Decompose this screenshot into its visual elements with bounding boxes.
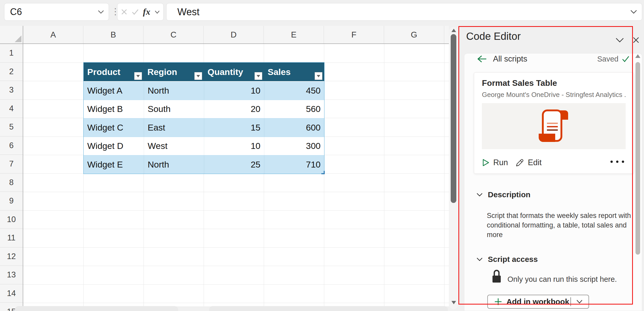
- scroll-down-icon[interactable]: [451, 301, 456, 304]
- table-cell[interactable]: Widget B: [84, 100, 144, 118]
- table-cell[interactable]: 710: [264, 155, 324, 174]
- description-section-header[interactable]: Description: [476, 190, 530, 199]
- filter-triangle: [196, 75, 200, 77]
- row-header-13[interactable]: 13: [0, 266, 23, 284]
- table-header-product: Product: [84, 63, 144, 81]
- table-cell[interactable]: 10: [204, 82, 264, 100]
- row-header-6[interactable]: 6: [0, 136, 23, 155]
- row-header-4[interactable]: 4: [0, 100, 23, 118]
- table-row: Widget BSouth20560: [84, 100, 324, 118]
- column-header-C[interactable]: C: [144, 26, 204, 43]
- table-cell[interactable]: West: [144, 137, 204, 155]
- panel-scroll-up-icon[interactable]: [635, 54, 640, 58]
- add-in-workbook-button[interactable]: Add in workbook: [487, 295, 589, 309]
- table-cell[interactable]: Widget E: [84, 155, 144, 174]
- insert-function-icon[interactable]: fx: [143, 7, 150, 17]
- sheet-vertical-scrollbar-thumb[interactable]: [451, 34, 456, 203]
- table-cell[interactable]: South: [144, 100, 204, 118]
- row-header-3[interactable]: 3: [0, 81, 23, 100]
- table-cell[interactable]: 15: [204, 118, 264, 137]
- saved-label: Saved: [597, 55, 618, 63]
- table-cell[interactable]: 25: [204, 155, 264, 174]
- select-all-corner[interactable]: [0, 26, 23, 44]
- filter-dropdown-icon[interactable]: [315, 72, 322, 80]
- gridline: [384, 44, 384, 306]
- table-cell[interactable]: East: [144, 118, 204, 137]
- column-header-D[interactable]: D: [204, 26, 264, 43]
- column-header-E[interactable]: E: [264, 26, 324, 43]
- run-label: Run: [493, 158, 508, 167]
- column-header-A[interactable]: A: [23, 26, 83, 43]
- horizontal-scrollbar-thumb[interactable]: [15, 306, 178, 311]
- edit-label: Edit: [528, 158, 542, 167]
- row-header-2[interactable]: 2: [0, 63, 23, 81]
- table-cell[interactable]: North: [144, 155, 204, 174]
- panel-close-icon[interactable]: [631, 36, 641, 44]
- gridline: [23, 284, 449, 285]
- row-header-12[interactable]: 12: [0, 247, 23, 266]
- filter-triangle: [136, 75, 140, 77]
- column-headers: ABCDEFG: [23, 26, 449, 44]
- table-header-sales: Sales: [264, 63, 324, 81]
- table-cell[interactable]: 300: [264, 137, 324, 155]
- filter-dropdown-icon[interactable]: [255, 72, 262, 80]
- table-cell[interactable]: 10: [204, 137, 264, 155]
- table-cell[interactable]: Widget C: [84, 118, 144, 137]
- sales-table-body: Widget ANorth10450Widget BSouth20560Widg…: [84, 81, 324, 174]
- table-cell[interactable]: 560: [264, 100, 324, 118]
- run-script-button[interactable]: Run: [482, 158, 508, 167]
- saved-check-icon: [622, 55, 630, 63]
- table-row: Widget CEast15600: [84, 118, 324, 137]
- filter-triangle: [257, 75, 260, 77]
- table-resize-handle[interactable]: [321, 171, 325, 174]
- row-header-7[interactable]: 7: [0, 155, 23, 173]
- filter-dropdown-icon[interactable]: [134, 72, 142, 80]
- row-header-1[interactable]: 1: [0, 44, 23, 63]
- table-row: Widget DWest10300: [84, 137, 324, 155]
- select-all-triangle-icon: [15, 35, 21, 42]
- add-in-workbook-label: Add in workbook: [506, 297, 569, 306]
- script-access-chevron-icon: [476, 257, 483, 262]
- fx-chevron-icon[interactable]: [154, 10, 160, 14]
- row-header-14[interactable]: 14: [0, 284, 23, 303]
- row-header-9[interactable]: 9: [0, 192, 23, 210]
- column-header-B[interactable]: B: [83, 26, 144, 43]
- table-cell[interactable]: Widget D: [84, 137, 144, 155]
- script-preview: [482, 103, 626, 149]
- table-cell[interactable]: 450: [264, 82, 324, 100]
- row-header-10[interactable]: 10: [0, 210, 23, 229]
- description-heading: Description: [488, 190, 530, 199]
- panel-collapse-chevron-icon[interactable]: [614, 36, 626, 44]
- sales-table: ProductRegionQuantitySales Widget ANorth…: [83, 62, 324, 174]
- row-header-11[interactable]: 11: [0, 229, 23, 247]
- more-options-button[interactable]: [610, 161, 624, 163]
- filter-triangle: [317, 75, 320, 77]
- add-options-chevron-icon[interactable]: [576, 299, 583, 304]
- filter-dropdown-icon[interactable]: [194, 72, 202, 80]
- formula-bar-expand-icon[interactable]: [630, 9, 642, 14]
- row-header-5[interactable]: 5: [0, 118, 23, 136]
- script-access-section-header[interactable]: Script access: [476, 255, 538, 264]
- formula-value: West: [166, 6, 630, 18]
- horizontal-scrollbar-track[interactable]: [209, 306, 448, 311]
- name-box-chevron-icon[interactable]: [97, 10, 109, 14]
- confirm-entry-icon[interactable]: [132, 9, 139, 15]
- column-header-G[interactable]: G: [384, 26, 444, 43]
- table-header-region: Region: [144, 63, 204, 81]
- formula-input[interactable]: West: [166, 3, 642, 21]
- scroll-up-icon[interactable]: [451, 29, 456, 32]
- table-cell[interactable]: North: [144, 82, 204, 100]
- column-header-F[interactable]: F: [324, 26, 384, 43]
- name-box-value: C6: [4, 6, 97, 17]
- split-button-divider: [570, 297, 571, 306]
- table-cell[interactable]: Widget A: [84, 82, 144, 100]
- table-cell[interactable]: 20: [204, 100, 264, 118]
- cancel-entry-icon[interactable]: [121, 9, 128, 15]
- code-editor-title: Code Editor: [466, 31, 521, 42]
- row-headers: 123456789101112131415: [0, 44, 23, 311]
- edit-script-button[interactable]: Edit: [515, 158, 542, 167]
- row-header-8[interactable]: 8: [0, 173, 23, 192]
- name-box[interactable]: C6: [4, 3, 109, 21]
- panel-scrollbar-thumb[interactable]: [635, 62, 640, 255]
- table-cell[interactable]: 600: [264, 118, 324, 137]
